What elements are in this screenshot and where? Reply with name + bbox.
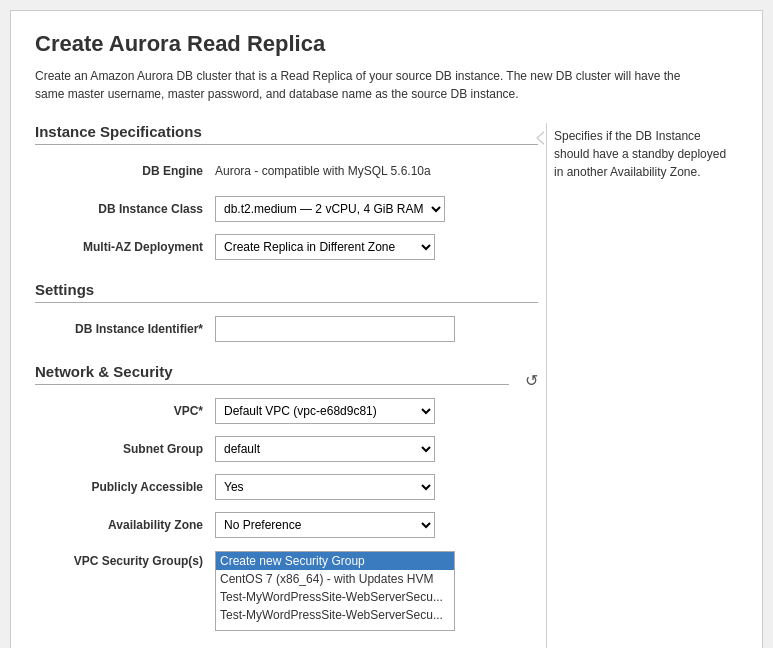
db-engine-label: DB Engine (35, 163, 215, 180)
vpc-row: VPC* Default VPC (vpc-e68d9c81) (35, 397, 538, 425)
list-item[interactable]: Test-MyWordPressSite-WebServerSecu... (216, 606, 454, 624)
form-area: Instance Specifications DB Engine Aurora… (35, 123, 538, 648)
page-container: Create Aurora Read Replica Create an Ama… (10, 10, 763, 648)
availability-zone-label: Availability Zone (35, 517, 215, 534)
list-item[interactable]: Create new Security Group (216, 552, 454, 570)
settings-title: Settings (35, 281, 538, 303)
help-arrow (536, 131, 544, 145)
db-instance-class-select[interactable]: db.t2.medium — 2 vCPU, 4 GiB RAM (215, 196, 445, 222)
publicly-accessible-row: Publicly Accessible Yes (35, 473, 538, 501)
vpc-select[interactable]: Default VPC (vpc-e68d9c81) (215, 398, 435, 424)
list-item[interactable]: CentOS 7 (x86_64) - with Updates HVM (216, 570, 454, 588)
instance-specs-title: Instance Specifications (35, 123, 538, 145)
db-identifier-input[interactable] (215, 316, 455, 342)
list-item[interactable]: Test-MyWordPressSite-WebServerSecu... (216, 588, 454, 606)
subnet-group-label: Subnet Group (35, 441, 215, 458)
page-description: Create an Amazon Aurora DB cluster that … (35, 67, 685, 103)
vpc-label: VPC* (35, 403, 215, 420)
main-content: Instance Specifications DB Engine Aurora… (35, 123, 738, 648)
db-identifier-label: DB Instance Identifier* (35, 321, 215, 338)
db-identifier-row: DB Instance Identifier* (35, 315, 538, 343)
help-panel: Specifies if the DB Instance should have… (538, 123, 738, 648)
vpc-security-groups-listbox[interactable]: Create new Security Group CentOS 7 (x86_… (215, 551, 455, 631)
network-security-header: Network & Security ↺ (35, 363, 538, 397)
instance-specs-section: Instance Specifications DB Engine Aurora… (35, 123, 538, 261)
vpc-security-groups-row: VPC Security Group(s) Create new Securit… (35, 549, 538, 631)
db-engine-value: Aurora - compatible with MySQL 5.6.10a (215, 164, 431, 178)
vpc-security-groups-label: VPC Security Group(s) (35, 551, 215, 570)
network-security-section: Network & Security ↺ VPC* Default VPC (v… (35, 363, 538, 631)
subnet-group-row: Subnet Group default (35, 435, 538, 463)
db-engine-row: DB Engine Aurora - compatible with MySQL… (35, 157, 538, 185)
db-instance-class-row: DB Instance Class db.t2.medium — 2 vCPU,… (35, 195, 538, 223)
help-text: Specifies if the DB Instance should have… (554, 127, 738, 181)
multi-az-row: Multi-AZ Deployment Create Replica in Di… (35, 233, 538, 261)
refresh-icon[interactable]: ↺ (525, 371, 538, 390)
multi-az-select[interactable]: Create Replica in Different Zone (215, 234, 435, 260)
db-instance-class-label: DB Instance Class (35, 201, 215, 218)
subnet-group-select[interactable]: default (215, 436, 435, 462)
network-security-title: Network & Security (35, 363, 509, 385)
page-title: Create Aurora Read Replica (35, 31, 738, 57)
publicly-accessible-select[interactable]: Yes (215, 474, 435, 500)
publicly-accessible-label: Publicly Accessible (35, 479, 215, 496)
availability-zone-select[interactable]: No Preference (215, 512, 435, 538)
availability-zone-row: Availability Zone No Preference (35, 511, 538, 539)
multi-az-label: Multi-AZ Deployment (35, 239, 215, 256)
settings-section: Settings DB Instance Identifier* (35, 281, 538, 343)
